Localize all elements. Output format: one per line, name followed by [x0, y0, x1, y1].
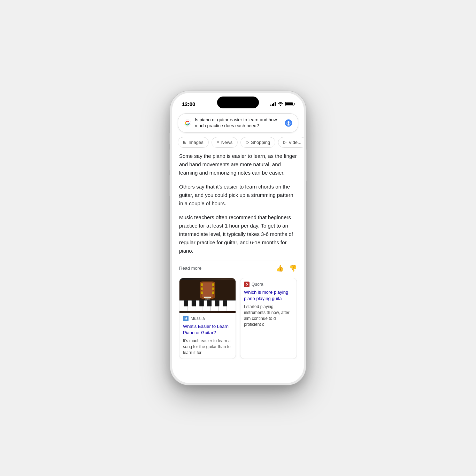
answer-paragraph-2: Others say that it's easier to learn cho…	[179, 183, 297, 208]
phone-device: 12:00	[170, 91, 306, 385]
quora-source-name: Quora	[252, 282, 263, 287]
svg-point-12	[201, 291, 203, 294]
tab-videos-label: Vide...	[289, 140, 301, 145]
svg-point-9	[212, 283, 214, 286]
mic-icon[interactable]	[285, 119, 292, 127]
cards-row: M Mussila What's Easier to Learn Piano o…	[179, 278, 297, 359]
answer-paragraph-3: Music teachers often recommend that begi…	[179, 213, 297, 255]
svg-rect-2	[288, 121, 290, 124]
svg-rect-34	[223, 300, 227, 306]
mussila-favicon: M	[183, 316, 189, 321]
svg-rect-7	[202, 282, 213, 297]
answer-paragraph-1: Some say the piano is easier to learn, a…	[179, 152, 297, 177]
card-quora-source: Q Quora	[240, 278, 297, 289]
card-mussila-image	[179, 278, 236, 313]
volume-up-button[interactable]	[169, 149, 170, 170]
phone-screen: 12:00	[172, 93, 304, 383]
google-logo	[184, 119, 191, 127]
card-mussila-source: M Mussila	[179, 313, 236, 323]
videos-icon: ▷	[283, 140, 286, 145]
card-quora-title[interactable]: Which is more playing piano playing guit…	[240, 289, 297, 304]
mute-button[interactable]	[169, 133, 170, 144]
svg-rect-31	[199, 300, 204, 306]
filter-tabs: ⊞ Images ≡ News ◇ Shopping ▷ Vide...	[172, 137, 304, 152]
card-mussila[interactable]: M Mussila What's Easier to Learn Piano o…	[179, 278, 236, 359]
search-query: Is piano or guitar easier to learn and h…	[195, 117, 281, 129]
status-time: 12:00	[182, 101, 195, 107]
svg-point-8	[201, 283, 203, 286]
answer-text: Some say the piano is easier to learn, a…	[179, 152, 297, 255]
status-icons	[270, 102, 294, 106]
svg-rect-33	[215, 300, 220, 306]
images-icon: ⊞	[183, 140, 186, 145]
thumbs-up-icon[interactable]: 👍	[276, 264, 284, 272]
svg-point-11	[212, 287, 214, 290]
svg-rect-32	[207, 300, 212, 306]
scroll-area[interactable]: Some say the piano is easier to learn, a…	[172, 152, 304, 383]
svg-rect-29	[184, 300, 189, 306]
tab-images[interactable]: ⊞ Images	[178, 137, 209, 148]
card-quora-snippet: I started playing instruments th now, af…	[240, 304, 297, 330]
thumbs-down-icon[interactable]: 👎	[289, 264, 297, 272]
card-quora[interactable]: Q Quora Which is more playing piano play…	[240, 278, 297, 359]
signal-icon	[270, 102, 276, 106]
power-button[interactable]	[306, 149, 307, 181]
shopping-icon: ◇	[246, 140, 249, 145]
svg-point-13	[212, 291, 214, 294]
tab-videos[interactable]: ▷ Vide...	[278, 137, 304, 148]
news-icon: ≡	[217, 140, 219, 145]
svg-rect-30	[192, 300, 196, 306]
battery-icon	[285, 102, 294, 106]
tab-images-label: Images	[189, 140, 204, 145]
wifi-icon	[278, 102, 283, 106]
read-more-link[interactable]: Read more	[179, 266, 201, 271]
status-bar: 12:00	[172, 93, 304, 110]
tab-news-label: News	[221, 140, 233, 145]
tab-shopping[interactable]: ◇ Shopping	[240, 137, 275, 148]
volume-down-button[interactable]	[169, 175, 170, 196]
quora-favicon: Q	[244, 282, 249, 287]
feedback-row: Read more 👍 👎	[179, 261, 297, 276]
card-mussila-title[interactable]: What's Easier to Learn Piano or Guitar?	[179, 323, 236, 338]
tab-shopping-label: Shopping	[251, 140, 270, 145]
mussila-source-name: Mussila	[191, 316, 205, 321]
feedback-icons: 👍 👎	[276, 264, 297, 272]
screen-content: Is piano or guitar easier to learn and h…	[172, 110, 304, 383]
card-mussila-snippet: It's much easier to learn a song for the…	[179, 338, 236, 358]
tab-news[interactable]: ≡ News	[212, 137, 238, 148]
dynamic-island	[217, 97, 259, 108]
search-bar[interactable]: Is piano or guitar easier to learn and h…	[178, 113, 298, 133]
svg-point-10	[201, 287, 203, 290]
